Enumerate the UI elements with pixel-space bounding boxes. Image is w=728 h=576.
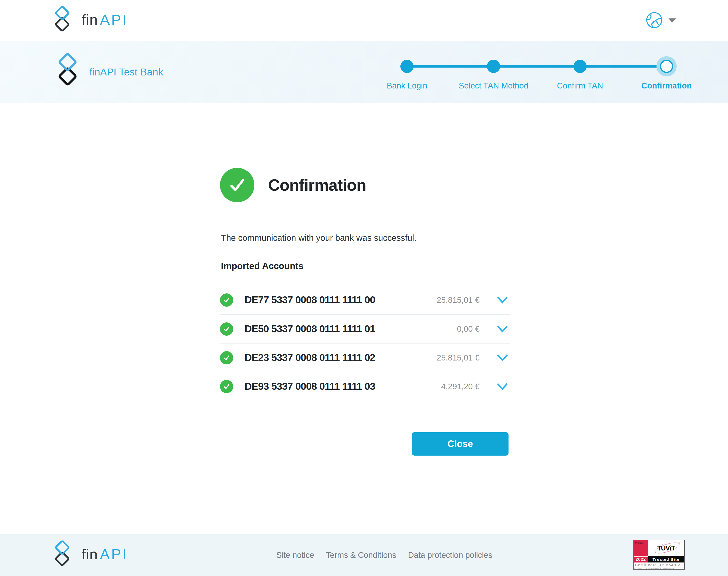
progress-stepper: Bank Login Select TAN Method Confirm TAN…	[364, 41, 710, 103]
finapi-logo-icon	[46, 6, 78, 33]
badge-privacy-label: Privacy	[634, 540, 648, 544]
bank-subheader: finAPI Test Bank Bank Login Select TAN M…	[0, 41, 728, 103]
tuvit-logo: TÜViT ®	[648, 540, 684, 556]
site-notice-link[interactable]: Site notice	[276, 550, 314, 560]
account-check-icon	[220, 351, 233, 365]
account-balance: 4.291,20 €	[441, 382, 479, 391]
finapi-logo-text: finAPI	[82, 11, 128, 28]
top-header: finAPI	[0, 0, 728, 41]
expand-chevron-icon[interactable]	[497, 296, 508, 304]
data-protection-link[interactable]: Data protection policies	[408, 550, 492, 560]
chevron-down-icon	[669, 19, 676, 23]
account-iban: DE77 5337 0008 0111 1111 00	[245, 294, 437, 306]
account-row[interactable]: DE50 5337 0008 0111 1111 01 0,00 €	[220, 314, 510, 343]
main-area: Confirmation The communication with your…	[0, 103, 728, 534]
expand-chevron-icon[interactable]	[497, 383, 508, 391]
step-dot-current	[660, 60, 673, 73]
account-check-icon	[220, 322, 233, 336]
step-bank-login: Bank Login	[364, 60, 450, 90]
footer-finapi-logo: finAPI	[46, 540, 128, 568]
step-select-tan-method: Select TAN Method	[450, 60, 537, 90]
step-label: Bank Login	[387, 81, 427, 90]
step-dot-filled	[573, 60, 587, 73]
success-message: The communication with your bank was suc…	[221, 233, 417, 243]
step-label: Select TAN Method	[458, 81, 528, 90]
badge-privacy-panel: Privacy 2022	[634, 540, 648, 563]
language-selector[interactable]	[645, 0, 676, 41]
expand-chevron-icon[interactable]	[497, 354, 508, 362]
finapi-logo-icon	[46, 540, 78, 568]
step-confirm-tan: Confirm TAN	[537, 60, 623, 90]
expand-chevron-icon[interactable]	[497, 325, 508, 333]
finapi-logo: finAPI	[46, 6, 128, 33]
imported-accounts-heading: Imported Accounts	[221, 261, 304, 271]
accounts-list: DE77 5337 0008 0111 1111 00 25.815,01 € …	[220, 286, 510, 401]
account-check-icon	[220, 380, 233, 393]
confirmation-panel: Confirmation The communication with your…	[220, 103, 510, 534]
badge-banner: Trusted Site	[648, 556, 684, 563]
step-dot-filled	[487, 60, 500, 73]
close-button[interactable]: Close	[412, 432, 508, 456]
registered-mark: ®	[679, 542, 680, 544]
bank-logo-icon	[52, 53, 83, 99]
terms-conditions-link[interactable]: Terms & Conditions	[326, 550, 396, 560]
page-title: Confirmation	[268, 176, 366, 194]
account-iban: DE93 5337 0008 0111 1111 03	[245, 381, 441, 392]
account-row[interactable]: DE93 5337 0008 0111 1111 03 4.291,20 €	[220, 372, 510, 401]
footer: finAPI Site notice Terms & Conditions Da…	[0, 534, 728, 576]
badge-certificate-id: Certificate ID: 5548.22	[634, 563, 684, 567]
bank-identity: finAPI Test Bank	[52, 41, 163, 103]
step-label: Confirmation	[641, 81, 692, 90]
badge-copyright: © TÜViT - TÜV NORD GROUP - www.tuvit.de	[634, 567, 684, 570]
logo-fin: fin	[82, 546, 98, 563]
account-iban: DE50 5337 0008 0111 1111 01	[245, 323, 457, 335]
footer-links: Site notice Terms & Conditions Data prot…	[276, 534, 492, 576]
account-row[interactable]: DE23 5337 0008 0111 1111 02 25.815,01 €	[220, 343, 510, 372]
step-dot-filled	[400, 60, 414, 73]
finapi-logo-text: finAPI	[82, 546, 128, 563]
logo-api: API	[100, 11, 128, 28]
tuvit-trusted-site-badge[interactable]: Privacy 2022 TÜViT ® Trusted Site Certif…	[633, 540, 685, 570]
account-row[interactable]: DE77 5337 0008 0111 1111 00 25.815,01 €	[220, 286, 510, 314]
success-check-icon	[220, 168, 254, 202]
logo-fin: fin	[82, 11, 98, 28]
tuvit-wordmark: TÜViT	[657, 545, 675, 552]
badge-year: 2022	[634, 556, 648, 563]
account-balance: 0,00 €	[457, 324, 479, 334]
account-balance: 25.815,01 €	[437, 295, 479, 305]
title-row: Confirmation	[220, 165, 366, 205]
step-confirmation: Confirmation	[623, 60, 710, 90]
step-label: Confirm TAN	[557, 81, 603, 90]
account-check-icon	[220, 293, 233, 307]
logo-api: API	[100, 546, 128, 563]
account-iban: DE23 5337 0008 0111 1111 02	[245, 352, 437, 364]
bank-name: finAPI Test Bank	[89, 66, 163, 78]
globe-icon	[645, 11, 663, 30]
account-balance: 25.815,01 €	[437, 353, 479, 363]
